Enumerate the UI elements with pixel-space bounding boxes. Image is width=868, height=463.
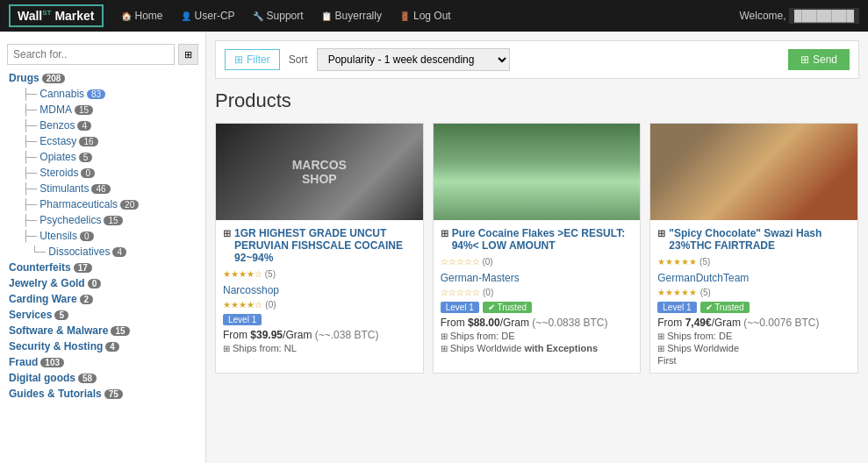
ships-icon-1: ⊞ [223, 344, 230, 353]
logo-sup: ST [42, 9, 51, 17]
logo-text: Wall [18, 9, 42, 23]
main-layout: ⊞ Drugs208 ├─ Cannabis83 ├─ MDMA15 ├─ Be… [0, 32, 868, 463]
guides-tutorials-count: 75 [104, 389, 123, 399]
seller-stars-1: ★★★★☆ (0) [223, 298, 416, 310]
mdma-label: MDMA [39, 103, 72, 116]
filter-bar: ⊞ Filter Sort Popularity - 1 week descen… [215, 40, 859, 79]
sidebar-item-utensils[interactable]: ├─ Utensils0 [0, 228, 205, 244]
services-label: Services [9, 309, 52, 321]
digital-goods-label: Digital goods [9, 372, 75, 384]
trusted-badge-2: ✔ Trusted [483, 302, 532, 313]
ships-worldwide-2: ⊞ Ships Worldwide with Exceptions [441, 343, 634, 353]
product-card-1: MARCOSSHOP ⊞ 1GR HIGHEST GRADE UNCUT PER… [215, 123, 424, 374]
product-stars-1: ★★★★☆ (5) [223, 269, 416, 279]
cannabis-label: Cannabis [39, 88, 84, 100]
utensils-label: Utensils [39, 230, 77, 242]
price-info-3: From 7,49€/Gram (~~0.0076 BTC) [657, 317, 850, 329]
sidebar-item-mdma[interactable]: ├─ MDMA15 [0, 102, 205, 118]
pharmaceuticals-count: 20 [120, 200, 139, 210]
ships-worldwide-3: ⊞ Ships Worldwide [657, 343, 850, 353]
seller-name-1[interactable]: Narcosshop [223, 284, 416, 296]
product-image-3 [650, 124, 857, 220]
username-display: ████████ [789, 8, 859, 24]
pharmaceuticals-label: Pharmaceuticals [39, 198, 118, 210]
product-body-2: ⊞ Pure Cocaine Flakes >EC RESULT: 94%< L… [434, 220, 641, 360]
content-area: ⊞ Filter Sort Popularity - 1 week descen… [206, 32, 868, 463]
nav-support[interactable]: 🔧Support [253, 10, 304, 22]
sidebar-item-cannabis[interactable]: ├─ Cannabis83 [0, 86, 205, 102]
sort-label: Sort [289, 53, 308, 66]
security-hosting-count: 4 [105, 342, 119, 352]
search-input[interactable] [7, 44, 175, 65]
send-button[interactable]: ⊞ Send [788, 49, 850, 70]
product-title-3[interactable]: ⊞ "Spicy Chocolate" Swazi Hash 23%THC FA… [657, 227, 850, 252]
seller-name-2[interactable]: German-Masters [441, 272, 634, 284]
product-icon-3: ⊞ [657, 228, 665, 239]
level-badge-2: Level 1 [441, 302, 479, 313]
nav-user-cp[interactable]: 👤User-CP [181, 10, 235, 22]
product-title-2[interactable]: ⊞ Pure Cocaine Flakes >EC RESULT: 94%< L… [441, 227, 634, 252]
product-image-1: MARCOSSHOP [216, 124, 423, 220]
product-image-2 [434, 124, 641, 220]
jewelry-count: 0 [88, 279, 102, 288]
nav-logout[interactable]: 🚪Log Out [399, 10, 451, 22]
search-button[interactable]: ⊞ [178, 44, 198, 65]
sidebar-item-drugs[interactable]: Drugs208 [0, 70, 205, 86]
products-title: Products [215, 89, 859, 112]
opiates-label: Opiates [39, 151, 75, 163]
sidebar-item-jewelry[interactable]: Jewelry & Gold0 [0, 275, 205, 291]
dissociatives-label: Dissociatives [48, 246, 110, 258]
trusted-badge-3: ✔ Trusted [700, 302, 750, 313]
benzos-count: 4 [77, 121, 91, 131]
ships-icon-3: ⊞ [657, 331, 664, 341]
software-malware-count: 15 [111, 326, 129, 336]
sidebar-item-pharmaceuticals[interactable]: ├─ Pharmaceuticals20 [0, 196, 205, 212]
sidebar-item-carding-ware[interactable]: Carding Ware2 [0, 291, 205, 307]
guides-tutorials-label: Guides & Tutorials [9, 388, 102, 400]
security-hosting-label: Security & Hosting [9, 340, 103, 353]
seller-name-3[interactable]: GermanDutchTeam [657, 272, 850, 284]
ships-from-2: ⊞ Ships from: DE [441, 331, 634, 341]
nav-links: 🏠Home 👤User-CP 🔧Support 📋Buyerrally 🚪Log… [121, 10, 451, 22]
sidebar-item-steroids[interactable]: ├─ Steroids0 [0, 165, 205, 181]
sidebar-item-services[interactable]: Services5 [0, 307, 205, 323]
sort-select[interactable]: Popularity - 1 week descending [317, 48, 510, 71]
search-area: ⊞ [0, 39, 205, 70]
price-info-1: From $39.95/Gram (~~.038 BTC) [223, 329, 416, 341]
send-label: Send [813, 53, 837, 66]
product-title-1[interactable]: ⊞ 1GR HIGHEST GRADE UNCUT PERUVIAN FISHS… [223, 227, 416, 264]
filter-button[interactable]: ⊞ Filter [225, 49, 280, 70]
product-stars-3: ★★★★★ (5) [657, 257, 850, 267]
send-icon: ⊞ [800, 53, 809, 66]
sidebar-item-guides-tutorials[interactable]: Guides & Tutorials75 [0, 386, 205, 402]
cannabis-count: 83 [87, 89, 105, 99]
ecstasy-count: 16 [79, 137, 97, 146]
sidebar-item-digital-goods[interactable]: Digital goods58 [0, 370, 205, 386]
product-body-1: ⊞ 1GR HIGHEST GRADE UNCUT PERUVIAN FISHS… [216, 220, 423, 360]
dissociatives-count: 4 [112, 247, 126, 257]
ships-from-3: ⊞ Ships from: DE [657, 331, 850, 341]
sidebar-item-benzos[interactable]: ├─ Benzos4 [0, 118, 205, 133]
stimulants-count: 46 [91, 184, 110, 194]
sidebar-item-ecstasy[interactable]: ├─ Ecstasy16 [0, 133, 205, 149]
sidebar-item-stimulants[interactable]: ├─ Stimulants46 [0, 181, 205, 196]
welcome-message: Welcome, ████████ [740, 10, 860, 22]
carding-ware-count: 2 [80, 295, 94, 304]
seller-stars-2: ☆☆☆☆☆ (0) [441, 286, 634, 298]
nav-buyerrally[interactable]: 📋Buyerrally [321, 10, 382, 22]
sidebar-item-security-hosting[interactable]: Security & Hosting4 [0, 338, 205, 354]
sidebar: ⊞ Drugs208 ├─ Cannabis83 ├─ MDMA15 ├─ Be… [0, 32, 206, 463]
sidebar-item-software-malware[interactable]: Software & Malware15 [0, 323, 205, 338]
sidebar-item-opiates[interactable]: ├─ Opiates5 [0, 149, 205, 165]
site-logo[interactable]: WallST Market [9, 4, 104, 27]
sidebar-item-dissociatives[interactable]: └─ Dissociatives4 [0, 244, 205, 260]
ships-icon-worldwide-3: ⊞ [657, 344, 664, 353]
sidebar-item-fraud[interactable]: Fraud103 [0, 354, 205, 370]
product-card-3: ⊞ "Spicy Chocolate" Swazi Hash 23%THC FA… [649, 123, 858, 374]
opiates-count: 5 [79, 153, 93, 162]
sidebar-item-counterfeits[interactable]: Counterfeits17 [0, 260, 205, 275]
product-stars-2: ☆☆☆☆☆ (0) [441, 257, 634, 267]
product-image-text-1: MARCOSSHOP [292, 158, 347, 186]
sidebar-item-psychedelics[interactable]: ├─ Psychedelics15 [0, 212, 205, 228]
nav-home[interactable]: 🏠Home [121, 10, 163, 22]
